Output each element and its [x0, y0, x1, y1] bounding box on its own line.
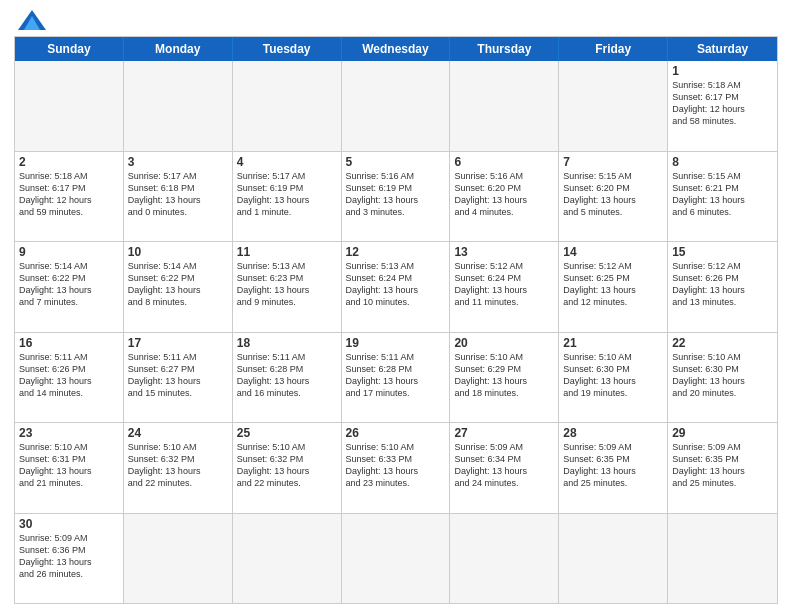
calendar-cell: 2Sunrise: 5:18 AM Sunset: 6:17 PM Daylig… — [15, 152, 124, 242]
day-number: 19 — [346, 336, 446, 350]
day-number: 23 — [19, 426, 119, 440]
calendar-cell: 16Sunrise: 5:11 AM Sunset: 6:26 PM Dayli… — [15, 333, 124, 423]
calendar-cell — [124, 514, 233, 604]
cell-sunrise-info: Sunrise: 5:11 AM Sunset: 6:28 PM Dayligh… — [237, 351, 337, 400]
cell-sunrise-info: Sunrise: 5:17 AM Sunset: 6:19 PM Dayligh… — [237, 170, 337, 219]
page: SundayMondayTuesdayWednesdayThursdayFrid… — [0, 0, 792, 612]
calendar-row-4: 23Sunrise: 5:10 AM Sunset: 6:31 PM Dayli… — [15, 422, 777, 513]
calendar-cell — [15, 61, 124, 151]
day-number: 1 — [672, 64, 773, 78]
cell-sunrise-info: Sunrise: 5:10 AM Sunset: 6:29 PM Dayligh… — [454, 351, 554, 400]
day-number: 30 — [19, 517, 119, 531]
calendar-cell: 14Sunrise: 5:12 AM Sunset: 6:25 PM Dayli… — [559, 242, 668, 332]
calendar-cell: 21Sunrise: 5:10 AM Sunset: 6:30 PM Dayli… — [559, 333, 668, 423]
calendar: SundayMondayTuesdayWednesdayThursdayFrid… — [14, 36, 778, 604]
calendar-cell — [233, 514, 342, 604]
calendar-cell: 8Sunrise: 5:15 AM Sunset: 6:21 PM Daylig… — [668, 152, 777, 242]
day-number: 27 — [454, 426, 554, 440]
day-number: 18 — [237, 336, 337, 350]
cell-sunrise-info: Sunrise: 5:12 AM Sunset: 6:24 PM Dayligh… — [454, 260, 554, 309]
day-number: 15 — [672, 245, 773, 259]
cell-sunrise-info: Sunrise: 5:11 AM Sunset: 6:26 PM Dayligh… — [19, 351, 119, 400]
day-number: 8 — [672, 155, 773, 169]
day-number: 7 — [563, 155, 663, 169]
calendar-row-5: 30Sunrise: 5:09 AM Sunset: 6:36 PM Dayli… — [15, 513, 777, 604]
calendar-cell: 17Sunrise: 5:11 AM Sunset: 6:27 PM Dayli… — [124, 333, 233, 423]
day-number: 11 — [237, 245, 337, 259]
header-day-tuesday: Tuesday — [233, 37, 342, 61]
day-number: 5 — [346, 155, 446, 169]
cell-sunrise-info: Sunrise: 5:11 AM Sunset: 6:28 PM Dayligh… — [346, 351, 446, 400]
calendar-cell: 12Sunrise: 5:13 AM Sunset: 6:24 PM Dayli… — [342, 242, 451, 332]
calendar-cell: 10Sunrise: 5:14 AM Sunset: 6:22 PM Dayli… — [124, 242, 233, 332]
day-number: 4 — [237, 155, 337, 169]
calendar-cell: 20Sunrise: 5:10 AM Sunset: 6:29 PM Dayli… — [450, 333, 559, 423]
calendar-cell — [668, 514, 777, 604]
cell-sunrise-info: Sunrise: 5:10 AM Sunset: 6:30 PM Dayligh… — [563, 351, 663, 400]
day-number: 10 — [128, 245, 228, 259]
header-day-wednesday: Wednesday — [342, 37, 451, 61]
calendar-row-1: 2Sunrise: 5:18 AM Sunset: 6:17 PM Daylig… — [15, 151, 777, 242]
header-day-sunday: Sunday — [15, 37, 124, 61]
calendar-header: SundayMondayTuesdayWednesdayThursdayFrid… — [15, 37, 777, 61]
calendar-cell: 11Sunrise: 5:13 AM Sunset: 6:23 PM Dayli… — [233, 242, 342, 332]
calendar-row-0: 1Sunrise: 5:18 AM Sunset: 6:17 PM Daylig… — [15, 61, 777, 151]
calendar-cell: 7Sunrise: 5:15 AM Sunset: 6:20 PM Daylig… — [559, 152, 668, 242]
calendar-cell — [342, 514, 451, 604]
calendar-cell: 24Sunrise: 5:10 AM Sunset: 6:32 PM Dayli… — [124, 423, 233, 513]
calendar-cell: 27Sunrise: 5:09 AM Sunset: 6:34 PM Dayli… — [450, 423, 559, 513]
day-number: 28 — [563, 426, 663, 440]
cell-sunrise-info: Sunrise: 5:10 AM Sunset: 6:33 PM Dayligh… — [346, 441, 446, 490]
day-number: 12 — [346, 245, 446, 259]
header-day-friday: Friday — [559, 37, 668, 61]
calendar-cell: 9Sunrise: 5:14 AM Sunset: 6:22 PM Daylig… — [15, 242, 124, 332]
day-number: 24 — [128, 426, 228, 440]
day-number: 3 — [128, 155, 228, 169]
calendar-cell: 28Sunrise: 5:09 AM Sunset: 6:35 PM Dayli… — [559, 423, 668, 513]
calendar-cell: 6Sunrise: 5:16 AM Sunset: 6:20 PM Daylig… — [450, 152, 559, 242]
day-number: 20 — [454, 336, 554, 350]
calendar-cell: 18Sunrise: 5:11 AM Sunset: 6:28 PM Dayli… — [233, 333, 342, 423]
cell-sunrise-info: Sunrise: 5:09 AM Sunset: 6:35 PM Dayligh… — [672, 441, 773, 490]
calendar-body: 1Sunrise: 5:18 AM Sunset: 6:17 PM Daylig… — [15, 61, 777, 603]
calendar-cell: 26Sunrise: 5:10 AM Sunset: 6:33 PM Dayli… — [342, 423, 451, 513]
day-number: 16 — [19, 336, 119, 350]
cell-sunrise-info: Sunrise: 5:15 AM Sunset: 6:20 PM Dayligh… — [563, 170, 663, 219]
cell-sunrise-info: Sunrise: 5:11 AM Sunset: 6:27 PM Dayligh… — [128, 351, 228, 400]
cell-sunrise-info: Sunrise: 5:12 AM Sunset: 6:26 PM Dayligh… — [672, 260, 773, 309]
calendar-cell: 15Sunrise: 5:12 AM Sunset: 6:26 PM Dayli… — [668, 242, 777, 332]
day-number: 2 — [19, 155, 119, 169]
cell-sunrise-info: Sunrise: 5:18 AM Sunset: 6:17 PM Dayligh… — [19, 170, 119, 219]
calendar-cell — [124, 61, 233, 151]
cell-sunrise-info: Sunrise: 5:09 AM Sunset: 6:34 PM Dayligh… — [454, 441, 554, 490]
header — [14, 10, 778, 30]
calendar-row-3: 16Sunrise: 5:11 AM Sunset: 6:26 PM Dayli… — [15, 332, 777, 423]
header-day-monday: Monday — [124, 37, 233, 61]
day-number: 29 — [672, 426, 773, 440]
calendar-cell: 29Sunrise: 5:09 AM Sunset: 6:35 PM Dayli… — [668, 423, 777, 513]
day-number: 22 — [672, 336, 773, 350]
cell-sunrise-info: Sunrise: 5:13 AM Sunset: 6:23 PM Dayligh… — [237, 260, 337, 309]
calendar-cell — [559, 514, 668, 604]
calendar-cell — [450, 514, 559, 604]
calendar-cell — [559, 61, 668, 151]
calendar-cell: 5Sunrise: 5:16 AM Sunset: 6:19 PM Daylig… — [342, 152, 451, 242]
day-number: 25 — [237, 426, 337, 440]
calendar-cell — [450, 61, 559, 151]
logo-icon — [18, 10, 46, 30]
day-number: 13 — [454, 245, 554, 259]
cell-sunrise-info: Sunrise: 5:15 AM Sunset: 6:21 PM Dayligh… — [672, 170, 773, 219]
day-number: 9 — [19, 245, 119, 259]
cell-sunrise-info: Sunrise: 5:10 AM Sunset: 6:32 PM Dayligh… — [128, 441, 228, 490]
cell-sunrise-info: Sunrise: 5:16 AM Sunset: 6:20 PM Dayligh… — [454, 170, 554, 219]
cell-sunrise-info: Sunrise: 5:13 AM Sunset: 6:24 PM Dayligh… — [346, 260, 446, 309]
calendar-cell: 30Sunrise: 5:09 AM Sunset: 6:36 PM Dayli… — [15, 514, 124, 604]
cell-sunrise-info: Sunrise: 5:14 AM Sunset: 6:22 PM Dayligh… — [128, 260, 228, 309]
header-day-thursday: Thursday — [450, 37, 559, 61]
cell-sunrise-info: Sunrise: 5:18 AM Sunset: 6:17 PM Dayligh… — [672, 79, 773, 128]
calendar-cell: 4Sunrise: 5:17 AM Sunset: 6:19 PM Daylig… — [233, 152, 342, 242]
calendar-cell: 25Sunrise: 5:10 AM Sunset: 6:32 PM Dayli… — [233, 423, 342, 513]
cell-sunrise-info: Sunrise: 5:09 AM Sunset: 6:35 PM Dayligh… — [563, 441, 663, 490]
logo — [14, 10, 48, 30]
logo-area — [14, 10, 48, 30]
